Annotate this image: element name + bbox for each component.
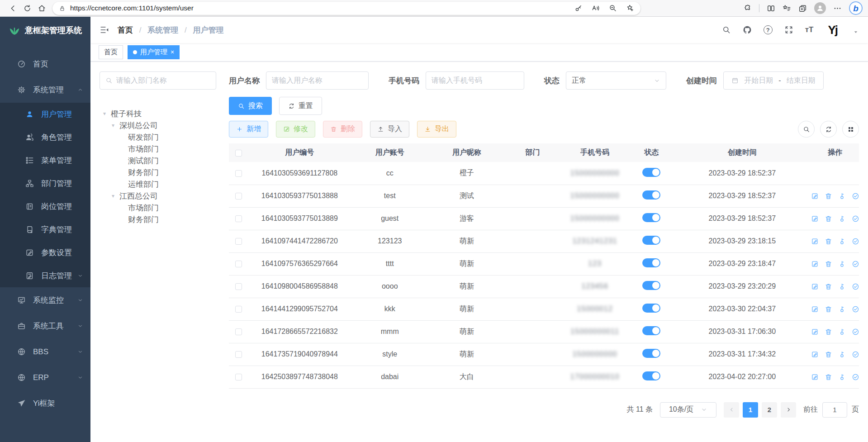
row-edit-icon[interactable] — [811, 328, 819, 336]
status-select[interactable]: 正常 — [566, 71, 666, 90]
url-text[interactable]: https://ccnetcore.com:1101/system/user — [70, 4, 194, 12]
row-assign-role-icon[interactable] — [852, 351, 859, 358]
settings-more-icon[interactable] — [833, 4, 842, 13]
zoom-out-icon[interactable] — [609, 4, 617, 12]
bing-copilot-icon[interactable]: b — [849, 1, 863, 15]
breadcrumb-home[interactable]: 首页 — [118, 26, 133, 34]
status-toggle[interactable] — [642, 258, 660, 267]
row-reset-password-icon[interactable] — [838, 305, 846, 313]
dept-name-field[interactable] — [116, 76, 210, 85]
close-tab-icon[interactable]: × — [171, 48, 174, 56]
row-checkbox[interactable] — [235, 261, 242, 267]
row-edit-icon[interactable] — [811, 351, 819, 358]
password-key-icon[interactable] — [574, 4, 583, 12]
back-icon[interactable] — [5, 1, 20, 15]
address-bar[interactable]: https://ccnetcore.com:1101/system/user — [52, 2, 640, 15]
tree-node[interactable]: ▾深圳总公司 — [100, 119, 216, 131]
row-assign-role-icon[interactable] — [852, 192, 859, 200]
tree-node[interactable]: ▾橙子科技 — [100, 108, 216, 119]
extensions-icon[interactable] — [743, 4, 752, 13]
goto-page-input[interactable] — [822, 402, 847, 418]
username-input[interactable] — [266, 71, 369, 90]
row-edit-icon[interactable] — [811, 238, 819, 245]
page-size-select[interactable]: 10条/页 — [660, 402, 716, 418]
fullscreen-icon[interactable] — [784, 25, 793, 34]
phone-field[interactable] — [432, 76, 518, 85]
row-edit-icon[interactable] — [811, 192, 819, 200]
prev-page-button[interactable] — [724, 402, 739, 418]
row-checkbox[interactable] — [235, 351, 242, 358]
user-menu-caret-icon[interactable] — [853, 29, 859, 35]
status-toggle[interactable] — [642, 213, 660, 222]
tree-node[interactable]: 运维部门 — [100, 178, 216, 190]
sidebar-item-yi[interactable]: Yi框架 — [0, 390, 90, 416]
row-edit-icon[interactable] — [811, 260, 819, 268]
status-toggle[interactable] — [642, 281, 660, 290]
favorite-add-icon[interactable] — [626, 4, 634, 12]
row-reset-password-icon[interactable] — [838, 283, 846, 290]
sidebar-item-dept[interactable]: 部门管理 — [0, 172, 90, 195]
row-assign-role-icon[interactable] — [852, 373, 859, 381]
row-delete-icon[interactable] — [825, 260, 832, 268]
status-toggle[interactable] — [642, 304, 660, 313]
row-edit-icon[interactable] — [811, 283, 819, 290]
modify-button[interactable]: 修改 — [276, 121, 315, 138]
row-delete-icon[interactable] — [825, 328, 832, 336]
search-button[interactable]: 搜索 — [229, 97, 272, 115]
row-checkbox[interactable] — [235, 215, 242, 222]
row-assign-role-icon[interactable] — [852, 328, 859, 336]
username-field[interactable] — [272, 76, 363, 85]
sidebar-item-menu[interactable]: 菜单管理 — [0, 149, 90, 172]
column-settings-button[interactable] — [842, 121, 859, 138]
row-delete-icon[interactable] — [825, 215, 832, 223]
status-toggle[interactable] — [642, 326, 660, 335]
tree-node[interactable]: 研发部门 — [100, 131, 216, 143]
page-button-1[interactable]: 1 — [743, 402, 758, 418]
delete-button[interactable]: 删除 — [323, 121, 362, 138]
browser-profile-avatar[interactable] — [814, 2, 826, 14]
row-checkbox[interactable] — [235, 193, 242, 200]
app-logo[interactable]: 意框架管理系统 — [0, 17, 90, 44]
tree-node[interactable]: 市场部门 — [100, 202, 216, 214]
dept-search-input[interactable] — [100, 71, 216, 90]
breadcrumb-system[interactable]: 系统管理 — [147, 26, 178, 34]
select-all-checkbox[interactable] — [235, 150, 242, 157]
row-assign-role-icon[interactable] — [852, 215, 859, 223]
sidebar-item-system[interactable]: 系统管理 — [0, 77, 90, 103]
read-aloud-icon[interactable] — [592, 4, 600, 12]
sidebar-item-monitor[interactable]: 系统监控 — [0, 287, 90, 313]
reset-button[interactable]: 重置 — [279, 97, 322, 115]
sidebar-item-home[interactable]: 首页 — [0, 51, 90, 77]
favorites-icon[interactable] — [783, 4, 791, 13]
github-icon[interactable] — [743, 25, 752, 34]
row-delete-icon[interactable] — [825, 283, 832, 290]
user-avatar-logo[interactable]: Yj — [828, 23, 837, 37]
sidebar-item-erp[interactable]: ERP — [0, 365, 90, 390]
export-button[interactable]: 导出 — [417, 121, 456, 138]
row-assign-role-icon[interactable] — [852, 260, 859, 268]
row-checkbox[interactable] — [235, 306, 242, 313]
collapse-menu-icon[interactable] — [100, 25, 109, 35]
tree-node[interactable]: 财务部门 — [100, 166, 216, 178]
tab-home[interactable]: 首页 — [99, 45, 123, 59]
row-assign-role-icon[interactable] — [852, 305, 859, 313]
row-reset-password-icon[interactable] — [838, 373, 846, 381]
row-delete-icon[interactable] — [825, 373, 832, 381]
row-delete-icon[interactable] — [825, 238, 832, 245]
refresh-icon[interactable] — [20, 1, 34, 15]
phone-input[interactable] — [426, 71, 524, 90]
page-button-2[interactable]: 2 — [762, 402, 777, 418]
toggle-search-button[interactable] — [798, 121, 815, 138]
row-assign-role-icon[interactable] — [852, 238, 859, 245]
row-checkbox[interactable] — [235, 328, 242, 335]
tree-node[interactable]: 市场部门 — [100, 143, 216, 155]
sidebar-item-post[interactable]: 岗位管理 — [0, 195, 90, 218]
header-search-icon[interactable] — [722, 25, 731, 34]
status-toggle[interactable] — [642, 349, 660, 358]
row-reset-password-icon[interactable] — [838, 351, 846, 358]
row-checkbox[interactable] — [235, 374, 242, 380]
date-range-picker[interactable]: 开始日期 - 结束日期 — [723, 71, 824, 90]
sidebar-item-tool[interactable]: 系统工具 — [0, 313, 90, 339]
row-checkbox[interactable] — [235, 170, 242, 177]
row-edit-icon[interactable] — [811, 305, 819, 313]
